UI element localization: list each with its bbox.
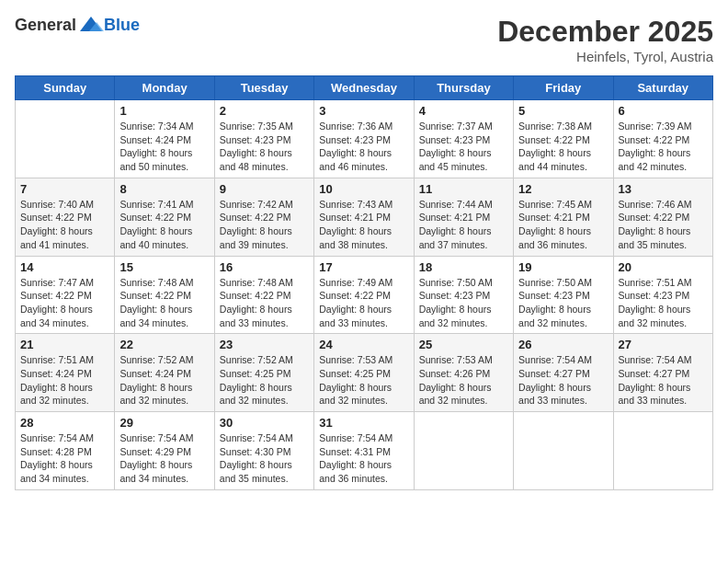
day-info: Sunrise: 7:45 AMSunset: 4:21 PMDaylight:… <box>518 198 608 252</box>
day-info: Sunrise: 7:43 AMSunset: 4:21 PMDaylight:… <box>319 198 408 252</box>
day-number: 15 <box>119 260 209 274</box>
day-info: Sunrise: 7:47 AMSunset: 4:22 PMDaylight:… <box>20 276 109 330</box>
weekday-header-tuesday: Tuesday <box>214 76 313 100</box>
logo-icon <box>78 15 104 35</box>
calendar-cell <box>613 412 712 490</box>
day-number: 27 <box>619 338 708 351</box>
calendar-cell: 19Sunrise: 7:50 AMSunset: 4:23 PMDayligh… <box>514 256 613 334</box>
calendar-cell: 3Sunrise: 7:36 AMSunset: 4:23 PMDaylight… <box>314 100 414 178</box>
calendar-cell: 14Sunrise: 7:47 AMSunset: 4:22 PMDayligh… <box>16 256 115 334</box>
calendar-cell: 11Sunrise: 7:44 AMSunset: 4:21 PMDayligh… <box>414 178 513 256</box>
day-info: Sunrise: 7:50 AMSunset: 4:23 PMDaylight:… <box>518 276 608 330</box>
day-info: Sunrise: 7:49 AMSunset: 4:22 PMDaylight:… <box>319 276 408 330</box>
day-info: Sunrise: 7:40 AMSunset: 4:22 PMDaylight:… <box>20 198 109 252</box>
calendar-cell: 31Sunrise: 7:54 AMSunset: 4:31 PMDayligh… <box>314 412 414 490</box>
calendar-cell: 22Sunrise: 7:52 AMSunset: 4:24 PMDayligh… <box>115 334 214 412</box>
day-number: 12 <box>518 182 608 196</box>
day-number: 14 <box>20 260 109 274</box>
calendar-cell: 1Sunrise: 7:34 AMSunset: 4:24 PMDaylight… <box>115 100 214 178</box>
weekday-header-monday: Monday <box>115 76 214 100</box>
day-number: 31 <box>319 416 408 430</box>
calendar-cell: 24Sunrise: 7:53 AMSunset: 4:25 PMDayligh… <box>314 334 414 412</box>
logo: General Blue <box>15 15 140 35</box>
day-info: Sunrise: 7:52 AMSunset: 4:24 PMDaylight:… <box>119 353 209 408</box>
calendar-cell <box>514 412 613 490</box>
day-number: 17 <box>319 260 408 274</box>
calendar-cell: 6Sunrise: 7:39 AMSunset: 4:22 PMDaylight… <box>613 100 712 178</box>
day-number: 7 <box>20 182 109 196</box>
day-number: 10 <box>319 182 408 196</box>
calendar-cell: 30Sunrise: 7:54 AMSunset: 4:30 PMDayligh… <box>214 412 313 490</box>
calendar-cell: 15Sunrise: 7:48 AMSunset: 4:22 PMDayligh… <box>115 256 214 334</box>
calendar-cell: 16Sunrise: 7:48 AMSunset: 4:22 PMDayligh… <box>214 256 313 334</box>
day-info: Sunrise: 7:36 AMSunset: 4:23 PMDaylight:… <box>319 120 408 174</box>
weekday-header-friday: Friday <box>514 76 613 100</box>
calendar-cell <box>414 412 513 490</box>
location-title: Heinfels, Tyrol, Austria <box>497 49 713 64</box>
calendar-cell: 9Sunrise: 7:42 AMSunset: 4:22 PMDaylight… <box>214 178 313 256</box>
calendar-cell: 7Sunrise: 7:40 AMSunset: 4:22 PMDaylight… <box>16 178 115 256</box>
calendar-cell: 13Sunrise: 7:46 AMSunset: 4:22 PMDayligh… <box>613 178 712 256</box>
day-number: 25 <box>419 338 508 351</box>
page-header: General Blue December 2025 Heinfels, Tyr… <box>15 15 713 64</box>
calendar-week-row: 7Sunrise: 7:40 AMSunset: 4:22 PMDaylight… <box>16 178 713 256</box>
day-info: Sunrise: 7:34 AMSunset: 4:24 PMDaylight:… <box>119 120 209 174</box>
day-number: 16 <box>220 260 309 274</box>
day-info: Sunrise: 7:48 AMSunset: 4:22 PMDaylight:… <box>220 276 309 330</box>
day-info: Sunrise: 7:39 AMSunset: 4:22 PMDaylight:… <box>619 120 708 174</box>
day-number: 26 <box>518 338 608 351</box>
day-info: Sunrise: 7:51 AMSunset: 4:23 PMDaylight:… <box>619 276 708 330</box>
day-info: Sunrise: 7:51 AMSunset: 4:24 PMDaylight:… <box>20 353 109 408</box>
day-info: Sunrise: 7:41 AMSunset: 4:22 PMDaylight:… <box>119 198 209 252</box>
day-number: 21 <box>20 338 109 351</box>
weekday-header-row: SundayMondayTuesdayWednesdayThursdayFrid… <box>16 76 713 100</box>
day-number: 24 <box>319 338 408 351</box>
day-number: 19 <box>518 260 608 274</box>
calendar-cell: 2Sunrise: 7:35 AMSunset: 4:23 PMDaylight… <box>214 100 313 178</box>
day-number: 20 <box>619 260 708 274</box>
logo-general: General <box>15 16 76 35</box>
month-title: December 2025 <box>497 15 713 49</box>
calendar-week-row: 21Sunrise: 7:51 AMSunset: 4:24 PMDayligh… <box>16 334 713 412</box>
day-number: 22 <box>119 338 209 351</box>
calendar-table: SundayMondayTuesdayWednesdayThursdayFrid… <box>15 75 713 490</box>
day-number: 5 <box>518 104 608 118</box>
day-number: 2 <box>220 104 309 118</box>
day-info: Sunrise: 7:54 AMSunset: 4:29 PMDaylight:… <box>119 431 209 486</box>
day-info: Sunrise: 7:38 AMSunset: 4:22 PMDaylight:… <box>518 120 608 174</box>
day-info: Sunrise: 7:53 AMSunset: 4:26 PMDaylight:… <box>419 353 508 408</box>
day-info: Sunrise: 7:50 AMSunset: 4:23 PMDaylight:… <box>419 276 508 330</box>
day-number: 4 <box>419 104 508 118</box>
calendar-cell: 5Sunrise: 7:38 AMSunset: 4:22 PMDaylight… <box>514 100 613 178</box>
calendar-cell: 12Sunrise: 7:45 AMSunset: 4:21 PMDayligh… <box>514 178 613 256</box>
weekday-header-sunday: Sunday <box>16 76 115 100</box>
weekday-header-wednesday: Wednesday <box>314 76 414 100</box>
day-info: Sunrise: 7:54 AMSunset: 4:27 PMDaylight:… <box>619 353 708 408</box>
day-number: 3 <box>319 104 408 118</box>
calendar-cell: 18Sunrise: 7:50 AMSunset: 4:23 PMDayligh… <box>414 256 513 334</box>
day-info: Sunrise: 7:52 AMSunset: 4:25 PMDaylight:… <box>220 353 309 408</box>
day-info: Sunrise: 7:54 AMSunset: 4:27 PMDaylight:… <box>518 353 608 408</box>
calendar-cell: 21Sunrise: 7:51 AMSunset: 4:24 PMDayligh… <box>16 334 115 412</box>
calendar-cell: 8Sunrise: 7:41 AMSunset: 4:22 PMDaylight… <box>115 178 214 256</box>
day-info: Sunrise: 7:35 AMSunset: 4:23 PMDaylight:… <box>220 120 309 174</box>
day-info: Sunrise: 7:54 AMSunset: 4:30 PMDaylight:… <box>220 431 309 486</box>
day-number: 9 <box>220 182 309 196</box>
calendar-cell: 4Sunrise: 7:37 AMSunset: 4:23 PMDaylight… <box>414 100 513 178</box>
day-number: 11 <box>419 182 508 196</box>
calendar-cell <box>16 100 115 178</box>
day-info: Sunrise: 7:44 AMSunset: 4:21 PMDaylight:… <box>419 198 508 252</box>
calendar-cell: 20Sunrise: 7:51 AMSunset: 4:23 PMDayligh… <box>613 256 712 334</box>
calendar-week-row: 28Sunrise: 7:54 AMSunset: 4:28 PMDayligh… <box>16 412 713 490</box>
calendar-week-row: 1Sunrise: 7:34 AMSunset: 4:24 PMDaylight… <box>16 100 713 178</box>
day-number: 13 <box>619 182 708 196</box>
day-info: Sunrise: 7:53 AMSunset: 4:25 PMDaylight:… <box>319 353 408 408</box>
calendar-cell: 17Sunrise: 7:49 AMSunset: 4:22 PMDayligh… <box>314 256 414 334</box>
calendar-cell: 26Sunrise: 7:54 AMSunset: 4:27 PMDayligh… <box>514 334 613 412</box>
day-number: 6 <box>619 104 708 118</box>
weekday-header-thursday: Thursday <box>414 76 513 100</box>
calendar-cell: 27Sunrise: 7:54 AMSunset: 4:27 PMDayligh… <box>613 334 712 412</box>
calendar-cell: 28Sunrise: 7:54 AMSunset: 4:28 PMDayligh… <box>16 412 115 490</box>
day-number: 28 <box>20 416 109 430</box>
calendar-week-row: 14Sunrise: 7:47 AMSunset: 4:22 PMDayligh… <box>16 256 713 334</box>
